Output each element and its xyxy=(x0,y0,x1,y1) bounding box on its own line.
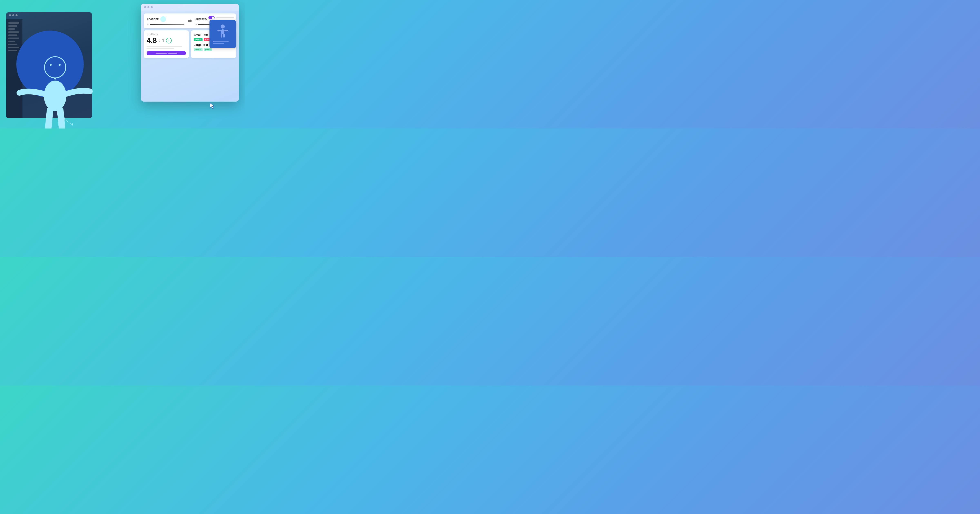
svg-point-0 xyxy=(45,57,66,78)
svg-point-1 xyxy=(49,64,52,66)
foreground-window: #C6FCFF ✳ ⇄ #2F65CB ✳ xyxy=(141,4,239,102)
brightness-low-icon: ✳ xyxy=(147,23,149,25)
svg-point-4 xyxy=(44,81,66,111)
large-pass-badge-2: PASS xyxy=(204,48,213,51)
sidebar-line xyxy=(8,50,18,51)
svg-point-10 xyxy=(89,90,91,92)
svg-point-8 xyxy=(65,93,67,95)
card-bar-2 xyxy=(213,43,224,44)
svg-point-12 xyxy=(60,114,62,116)
svg-point-5 xyxy=(43,93,45,95)
sidebar-line xyxy=(8,25,18,27)
color-swatch-left: #C6FCFF xyxy=(147,16,185,22)
card-decoration-bars xyxy=(213,41,233,44)
gray-bars xyxy=(146,46,186,49)
svg-point-6 xyxy=(30,90,33,92)
svg-point-7 xyxy=(18,92,21,94)
large-pass-badge-1: PASS xyxy=(194,48,202,51)
accessibility-card xyxy=(210,20,236,48)
bg-window-titlebar xyxy=(6,12,92,18)
svg-rect-18 xyxy=(224,30,228,32)
sidebar-line xyxy=(8,29,15,30)
dot-3 xyxy=(16,14,18,16)
ratio-one: 1 xyxy=(162,38,164,43)
results-label: Your Results xyxy=(146,33,186,35)
ratio-number: 4.8 xyxy=(146,36,157,45)
color-swatch-circle-1 xyxy=(160,16,166,22)
brightness-track-1[interactable] xyxy=(150,24,185,25)
dot-2 xyxy=(12,14,14,16)
gray-bar xyxy=(146,48,174,49)
color-group-left: #C6FCFF ✳ xyxy=(147,16,185,25)
sidebar-line xyxy=(8,35,18,36)
fg-dot-3 xyxy=(151,6,153,8)
sidebar-line xyxy=(8,41,15,42)
svg-rect-19 xyxy=(221,34,222,38)
results-button[interactable] xyxy=(146,51,186,55)
check-badge: ✓ xyxy=(166,38,172,43)
svg-point-3 xyxy=(54,78,56,79)
svg-rect-20 xyxy=(223,34,225,38)
small-pass-badge: PASS xyxy=(194,38,202,41)
toggle-bar[interactable] xyxy=(207,15,236,21)
color-hex-1: #C6FCFF xyxy=(147,18,159,21)
svg-point-11 xyxy=(48,117,50,119)
toggle-knob xyxy=(212,16,214,19)
fg-dot-2 xyxy=(147,6,150,8)
svg-point-2 xyxy=(59,64,60,66)
accessibility-icon xyxy=(216,24,229,38)
results-ratio: 4.8 : 1 ✓ xyxy=(146,36,186,45)
large-text-badges: PASS PASS xyxy=(194,48,233,51)
toggle-text-bar xyxy=(216,17,234,18)
btn-bar-2 xyxy=(168,52,177,54)
dot-1 xyxy=(9,14,11,16)
results-card: Your Results 4.8 : 1 ✓ xyxy=(144,30,189,58)
gray-bar xyxy=(146,46,182,47)
sidebar-line xyxy=(8,32,19,33)
card-bar-1 xyxy=(213,41,229,42)
accessibility-figure-large xyxy=(8,55,110,128)
fg-dot-1 xyxy=(144,6,146,8)
ratio-colon: : xyxy=(158,38,160,43)
sidebar-line xyxy=(8,47,19,48)
swap-arrows-icon[interactable]: ⇄ xyxy=(188,18,192,24)
color-hex-2: #2F65CB xyxy=(196,18,207,21)
toggle-switch[interactable] xyxy=(208,16,215,19)
brightness-icon-2: ✳ xyxy=(196,23,197,25)
brightness-row-1: ✳ xyxy=(147,23,185,25)
svg-point-15 xyxy=(221,24,225,29)
svg-marker-14 xyxy=(210,103,214,109)
fg-window-titlebar xyxy=(141,4,239,11)
cursor-icon xyxy=(210,103,215,109)
btn-bar-1 xyxy=(156,52,167,54)
sidebar-line xyxy=(8,44,18,45)
svg-point-9 xyxy=(78,89,80,91)
sidebar-line xyxy=(8,22,19,24)
svg-rect-16 xyxy=(221,29,224,34)
sidebar-line xyxy=(8,38,19,39)
svg-rect-17 xyxy=(218,30,221,32)
